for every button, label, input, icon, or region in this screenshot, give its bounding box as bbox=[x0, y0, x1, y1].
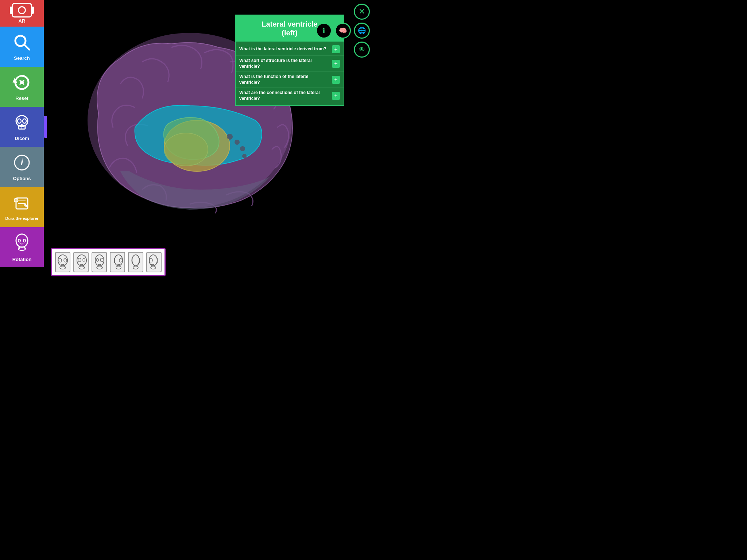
info-question-btn-3[interactable]: + bbox=[332, 92, 340, 100]
top-right-buttons: ✕ ℹ 🧠 🌐 👁 bbox=[316, 4, 370, 58]
rotation-head-3[interactable] bbox=[110, 252, 125, 272]
info-question-btn-2[interactable]: + bbox=[332, 76, 340, 84]
svg-point-25 bbox=[164, 133, 208, 166]
info-question-text-2: What is the function of the lateral vent… bbox=[239, 74, 329, 85]
sidebar-label-rotation: Rotation bbox=[12, 257, 32, 262]
sidebar-label-search: Search bbox=[14, 55, 30, 61]
svg-point-49 bbox=[151, 266, 156, 269]
search-icon bbox=[12, 33, 31, 54]
info-question-text-1: What sort of structure is the lateral ve… bbox=[239, 58, 329, 69]
active-indicator bbox=[44, 116, 47, 138]
svg-point-45 bbox=[132, 255, 139, 266]
svg-point-44 bbox=[116, 266, 121, 269]
eye-icon: 👁 bbox=[359, 46, 365, 54]
svg-point-47 bbox=[149, 255, 157, 266]
sidebar-label-ar: AR bbox=[19, 18, 26, 24]
eye-button[interactable]: 👁 bbox=[354, 42, 370, 58]
svg-point-27 bbox=[235, 140, 240, 145]
svg-point-48 bbox=[150, 258, 152, 262]
skull-icon bbox=[12, 113, 31, 134]
rotation-bar bbox=[51, 248, 166, 276]
svg-point-35 bbox=[78, 258, 81, 262]
globe-icon: 🌐 bbox=[358, 27, 366, 35]
svg-point-29 bbox=[242, 154, 247, 158]
svg-point-21 bbox=[18, 239, 20, 242]
rotation-head-5[interactable] bbox=[146, 252, 162, 272]
main-view[interactable]: Lateral ventricle (left) What is the lat… bbox=[44, 0, 374, 280]
svg-point-43 bbox=[119, 258, 122, 262]
svg-text:i: i bbox=[21, 157, 24, 167]
sidebar-label-options: Options bbox=[13, 176, 31, 181]
sidebar-item-dicom[interactable]: Dicom bbox=[0, 107, 44, 147]
brain-view-button[interactable]: 🧠 bbox=[335, 23, 351, 39]
info-circle-icon: i bbox=[12, 153, 31, 174]
info-question-btn-1[interactable]: + bbox=[332, 60, 340, 68]
sidebar-item-rotation[interactable]: Rotation bbox=[0, 227, 44, 267]
sidebar-item-ar[interactable]: AR bbox=[0, 0, 44, 27]
svg-point-22 bbox=[23, 239, 26, 242]
globe-button[interactable]: 🌐 bbox=[354, 23, 370, 39]
sidebar-item-options[interactable]: i Options bbox=[0, 147, 44, 187]
rotation-head-1[interactable] bbox=[73, 252, 89, 272]
reset-icon bbox=[12, 73, 31, 94]
rotation-head-0[interactable] bbox=[55, 252, 70, 272]
svg-point-32 bbox=[64, 258, 67, 262]
info-question-2[interactable]: What is the function of the lateral vent… bbox=[236, 72, 344, 88]
sidebar-label-reset: Reset bbox=[15, 96, 28, 101]
svg-point-41 bbox=[97, 266, 102, 269]
scroll-icon bbox=[12, 194, 31, 215]
svg-point-33 bbox=[60, 266, 66, 269]
ar-icon bbox=[12, 3, 32, 18]
head-rotation-icon bbox=[12, 233, 31, 255]
rotation-head-4[interactable] bbox=[128, 252, 143, 272]
svg-point-30 bbox=[58, 255, 67, 266]
info-question-1[interactable]: What sort of structure is the lateral ve… bbox=[236, 56, 344, 72]
sidebar-label-dicom: Dicom bbox=[15, 136, 29, 141]
svg-point-26 bbox=[227, 134, 233, 140]
svg-line-1 bbox=[24, 44, 29, 50]
sidebar-item-reset[interactable]: Reset bbox=[0, 67, 44, 107]
svg-point-42 bbox=[115, 255, 123, 266]
brain-icon: 🧠 bbox=[339, 27, 347, 35]
rotation-head-2[interactable] bbox=[92, 252, 107, 272]
svg-point-46 bbox=[133, 266, 138, 269]
svg-point-36 bbox=[83, 258, 85, 261]
svg-point-17 bbox=[16, 234, 28, 247]
info-question-3[interactable]: What are the connections of the lateral … bbox=[236, 88, 344, 104]
svg-point-9 bbox=[23, 119, 26, 123]
info-button[interactable]: ℹ bbox=[316, 23, 332, 39]
svg-point-31 bbox=[59, 258, 62, 262]
close-icon: ✕ bbox=[359, 7, 365, 16]
info-panel-title: Lateral ventricle (left) bbox=[262, 20, 317, 37]
svg-point-8 bbox=[18, 119, 21, 123]
info-icon: ℹ bbox=[322, 26, 325, 35]
sidebar-item-search[interactable]: Search bbox=[0, 27, 44, 67]
info-question-text-3: What are the connections of the lateral … bbox=[239, 90, 329, 101]
svg-point-37 bbox=[79, 266, 85, 269]
svg-point-28 bbox=[240, 146, 245, 151]
close-button[interactable]: ✕ bbox=[354, 4, 370, 20]
sidebar-label-dura: Dura the explorer bbox=[5, 216, 38, 221]
sidebar-item-dura[interactable]: Dura the explorer bbox=[0, 187, 44, 227]
svg-point-39 bbox=[96, 258, 98, 261]
sidebar: AR Search Reset bbox=[0, 0, 44, 280]
svg-point-40 bbox=[100, 258, 103, 262]
